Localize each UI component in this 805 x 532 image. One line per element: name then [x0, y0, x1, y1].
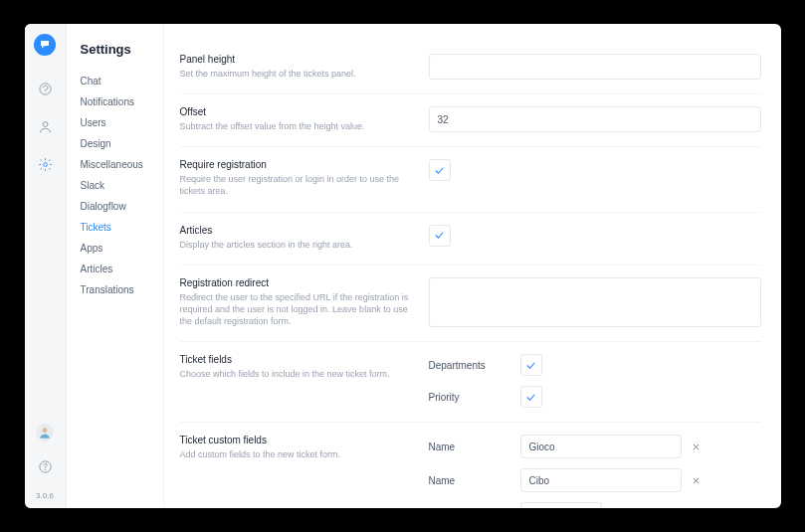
svg-point-2: [43, 162, 47, 166]
nav-item-apps[interactable]: Apps: [81, 238, 163, 259]
settings-sidebar: Settings ChatNotificationsUsersDesignMis…: [67, 24, 164, 508]
add-custom-field-button[interactable]: Add new item: [520, 502, 603, 508]
setting-offset: Offset Subtract the offset value from th…: [180, 94, 761, 147]
setting-desc: Subtract the offset value from the heigh…: [180, 120, 413, 132]
setting-desc: Require the user registration or login i…: [180, 173, 413, 197]
ticket-field-priority-line: Priority: [429, 386, 761, 408]
svg-point-3: [43, 428, 48, 433]
users-icon[interactable]: [34, 115, 56, 137]
ticket-field-departments-line: Departments: [429, 354, 761, 376]
ticket-field-priority-sublabel: Priority: [429, 392, 520, 403]
setting-articles: Articles Display the articles section in…: [180, 213, 761, 266]
setting-label: Ticket fields: [180, 354, 413, 365]
help-icon[interactable]: [34, 455, 56, 477]
conversations-icon[interactable]: [34, 78, 56, 99]
app-logo: [34, 34, 56, 56]
setting-ticket-fields: Ticket fields Choose which fields to inc…: [180, 342, 761, 423]
svg-point-5: [45, 469, 46, 470]
nav-item-miscellaneous[interactable]: Miscellaneous: [81, 154, 163, 175]
custom-field-sublabel: Name: [429, 475, 520, 486]
settings-main: Panel height Set the maximum height of t…: [164, 24, 781, 508]
setting-label: Articles: [180, 225, 413, 236]
ticket-field-priority-checkbox[interactable]: [520, 386, 542, 408]
custom-field-line: Name: [429, 435, 761, 458]
setting-label: Registration redirect: [180, 277, 413, 288]
icon-rail: 3.0.6: [25, 24, 67, 508]
profile-avatar[interactable]: [36, 424, 54, 442]
custom-field-input[interactable]: [520, 468, 682, 492]
settings-window: 3.0.6 Settings ChatNotificationsUsersDes…: [25, 24, 781, 508]
panel-height-input[interactable]: [429, 54, 761, 80]
custom-field-line: Name: [429, 468, 761, 492]
nav-item-chat[interactable]: Chat: [81, 71, 163, 91]
setting-label: Panel height: [180, 54, 413, 65]
setting-desc: Set the maximum height of the tickets pa…: [180, 68, 413, 80]
setting-panel-height: Panel height Set the maximum height of t…: [180, 42, 761, 94]
articles-checkbox[interactable]: [429, 225, 451, 247]
setting-desc: Choose which fields to include in the ne…: [180, 368, 413, 380]
ticket-field-departments-sublabel: Departments: [429, 360, 520, 371]
custom-field-input[interactable]: [520, 435, 682, 458]
registration-redirect-input[interactable]: [429, 277, 761, 327]
setting-desc: Display the articles section in the righ…: [180, 239, 413, 251]
setting-require-registration: Require registration Require the user re…: [180, 147, 761, 212]
require-registration-checkbox[interactable]: [429, 159, 451, 181]
nav-item-dialogflow[interactable]: Dialogflow: [81, 196, 163, 217]
remove-icon[interactable]: [690, 440, 704, 453]
setting-registration-redirect: Registration redirect Redirect the user …: [180, 266, 761, 342]
nav-item-design[interactable]: Design: [81, 133, 163, 154]
remove-icon[interactable]: [690, 473, 704, 487]
svg-point-1: [43, 121, 48, 126]
custom-field-sublabel: Name: [429, 442, 520, 452]
nav-item-translations[interactable]: Translations: [81, 279, 163, 300]
ticket-field-departments-checkbox[interactable]: [520, 354, 542, 376]
nav-item-slack[interactable]: Slack: [81, 175, 163, 196]
nav-item-users[interactable]: Users: [81, 112, 163, 133]
svg-point-0: [39, 83, 50, 93]
settings-icon[interactable]: [34, 153, 56, 175]
setting-label: Offset: [180, 106, 413, 117]
nav-item-tickets[interactable]: Tickets: [81, 217, 163, 238]
setting-label: Require registration: [180, 159, 413, 170]
setting-ticket-custom-fields: Ticket custom fields Add custom fields t…: [180, 423, 761, 508]
setting-desc: Redirect the user to the specified URL i…: [180, 291, 413, 327]
setting-label: Ticket custom fields: [180, 435, 413, 445]
offset-input[interactable]: [429, 106, 761, 132]
setting-desc: Add custom fields to the new ticket form…: [180, 448, 413, 460]
nav-item-notifications[interactable]: Notifications: [81, 91, 163, 112]
version-label: 3.0.6: [36, 491, 54, 500]
page-title: Settings: [81, 42, 163, 57]
nav-item-articles[interactable]: Articles: [81, 259, 163, 279]
